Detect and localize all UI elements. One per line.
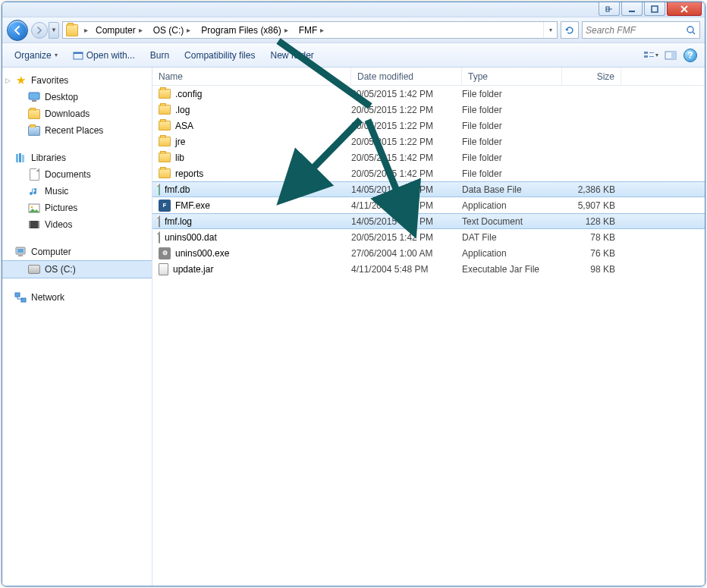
file-row[interactable]: update.jar4/11/2004 5:48 PMExecutable Ja…: [152, 261, 705, 277]
command-bar: Organize ▾ Open with... Burn Compatibili…: [2, 43, 705, 68]
search-placeholder: Search FMF: [586, 25, 636, 36]
file-row[interactable]: reports20/05/2015 1:42 PMFile folder: [152, 165, 705, 181]
nav-pane: ▷★Favorites Desktop Downloads Recent Pla…: [2, 68, 152, 586]
sidebar-desktop[interactable]: Desktop: [2, 89, 152, 105]
refresh-button[interactable]: [561, 21, 579, 39]
drive-icon: [28, 263, 40, 275]
column-header-name[interactable]: Name: [152, 68, 351, 85]
svg-rect-24: [15, 293, 20, 297]
svg-rect-12: [32, 100, 36, 102]
computer-icon: [14, 246, 27, 258]
explorer-body: ▷★Favorites Desktop Downloads Recent Pla…: [2, 68, 705, 586]
column-header-date[interactable]: Date modified: [351, 68, 462, 85]
folder-icon: [66, 24, 78, 36]
sidebar-pictures[interactable]: Pictures: [2, 200, 152, 216]
application-icon: F: [159, 200, 171, 212]
breadcrumb-computer[interactable]: Computer▸: [91, 22, 149, 38]
network-icon: [14, 291, 27, 303]
maximize-button[interactable]: [644, 2, 665, 16]
pictures-icon: [28, 202, 40, 214]
svg-rect-19: [29, 221, 30, 228]
forward-button[interactable]: [31, 22, 48, 39]
videos-icon: [28, 219, 40, 231]
file-row[interactable]: FFMF.exe4/11/2004 10:23 PMApplication5,9…: [152, 197, 705, 213]
svg-rect-1: [652, 6, 658, 12]
jar-file-icon: [159, 263, 168, 275]
sidebar-osc[interactable]: OS (C:): [2, 260, 152, 278]
column-header-type[interactable]: Type: [462, 68, 562, 85]
search-input[interactable]: Search FMF: [582, 21, 700, 39]
folder-icon: [159, 153, 171, 162]
desktop-icon: [28, 91, 40, 103]
minimize-button[interactable]: [621, 2, 643, 16]
folder-icon: [159, 105, 171, 115]
explorer-window: ▼ ▸ Computer▸ OS (C:)▸ Program Files (x8…: [2, 2, 705, 586]
history-dropdown[interactable]: ▼: [49, 22, 59, 39]
svg-rect-10: [671, 52, 676, 59]
sidebar-music[interactable]: Music: [2, 183, 152, 200]
svg-rect-8: [649, 56, 654, 57]
nav-bar: ▼ ▸ Computer▸ OS (C:)▸ Program Files (x8…: [2, 17, 705, 43]
svg-rect-20: [38, 221, 39, 228]
address-bar[interactable]: ▸ Computer▸ OS (C:)▸ Program Files (x86)…: [62, 21, 558, 39]
breadcrumb-progfiles[interactable]: Program Files (x86)▸: [196, 22, 294, 38]
back-button[interactable]: [7, 20, 28, 41]
breadcrumb-osc[interactable]: OS (C:)▸: [149, 22, 197, 38]
new-folder-button[interactable]: New folder: [264, 47, 319, 64]
file-row[interactable]: .log20/05/2015 1:22 PMFile folder: [152, 102, 705, 118]
file-row[interactable]: ⚙unins000.exe27/06/2004 1:00 AMApplicati…: [152, 245, 705, 261]
burn-button[interactable]: Burn: [144, 47, 175, 64]
svg-rect-6: [644, 55, 648, 58]
window-extra-button[interactable]: [599, 2, 620, 16]
open-with-button[interactable]: Open with...: [67, 47, 141, 64]
sidebar-computer[interactable]: Computer: [2, 244, 152, 260]
svg-point-17: [31, 206, 33, 208]
window-titlebar: [2, 2, 705, 17]
folder-icon: [159, 168, 171, 178]
libraries-icon: [14, 152, 27, 164]
text-file-icon: [159, 216, 160, 227]
folder-icon: [28, 108, 40, 120]
folder-icon: [159, 89, 171, 99]
file-row[interactable]: lib20/05/2015 1:42 PMFile folder: [152, 149, 705, 165]
address-dropdown[interactable]: ▾: [543, 22, 557, 38]
star-icon: ★: [14, 74, 27, 86]
music-icon: [28, 185, 40, 197]
file-row[interactable]: ASA20/05/2015 1:22 PMFile folder: [152, 118, 705, 134]
application-icon: ⚙: [159, 247, 171, 259]
compat-files-button[interactable]: Compatibility files: [178, 47, 261, 64]
organize-menu[interactable]: Organize ▾: [8, 47, 64, 64]
sidebar-recent[interactable]: Recent Places: [2, 122, 152, 139]
file-row[interactable]: jre20/05/2015 1:22 PMFile folder: [152, 134, 705, 149]
file-row-fmf-db[interactable]: fmf.db14/05/2015 2:28 PMData Base File2,…: [152, 181, 705, 197]
breadcrumb-fmf[interactable]: FMF▸: [294, 22, 331, 38]
close-button[interactable]: [667, 2, 702, 16]
help-button[interactable]: ?: [682, 47, 699, 64]
preview-pane-button[interactable]: [662, 47, 679, 64]
file-list-pane: Name Date modified Type Size .config20/0…: [152, 68, 705, 586]
documents-icon: [28, 168, 40, 181]
database-file-icon: [159, 184, 160, 195]
sidebar-videos[interactable]: Videos: [2, 216, 152, 233]
file-row-fmf-log[interactable]: fmf.log14/05/2015 2:25 PMText Document12…: [152, 213, 705, 229]
file-list[interactable]: .config20/05/2015 1:42 PMFile folder .lo…: [152, 86, 705, 586]
sidebar-libraries[interactable]: Libraries: [2, 149, 152, 166]
svg-rect-5: [644, 52, 648, 54]
svg-rect-0: [629, 11, 635, 12]
sidebar-documents[interactable]: Documents: [2, 166, 152, 183]
sidebar-network[interactable]: Network: [2, 289, 152, 306]
file-row[interactable]: .config20/05/2015 1:42 PMFile folder: [152, 86, 705, 102]
folder-icon: [159, 121, 171, 130]
folder-icon: [159, 137, 171, 146]
svg-rect-14: [19, 153, 21, 162]
column-header-size[interactable]: Size: [562, 68, 621, 85]
svg-rect-7: [649, 52, 654, 53]
svg-rect-13: [16, 154, 18, 162]
svg-rect-11: [29, 93, 39, 99]
breadcrumb-arrow-icon: ▸: [81, 26, 91, 34]
svg-rect-23: [18, 255, 23, 256]
file-row[interactable]: unins000.dat20/05/2015 1:42 PMDAT File78…: [152, 229, 705, 245]
sidebar-favorites[interactable]: ▷★Favorites: [2, 72, 152, 89]
view-options-button[interactable]: ▾: [643, 47, 659, 64]
sidebar-downloads[interactable]: Downloads: [2, 105, 152, 122]
